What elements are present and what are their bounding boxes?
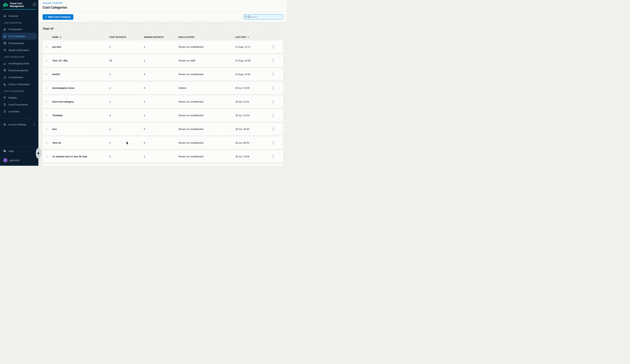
svg-text:$: $ [5, 3, 6, 6]
row-name: test-cost-category [52, 100, 110, 103]
row-unallocated: Shown as Unattributed [178, 155, 235, 158]
row-expand-chevron[interactable] [46, 100, 52, 103]
chevron-right-icon [46, 128, 48, 131]
row-expand-chevron[interactable] [46, 73, 52, 76]
row-shared-buckets: 1 [144, 155, 178, 158]
row-unallocated: Shown as Unattributed [178, 142, 235, 144]
sidebar-item-label: Account Settings [8, 123, 26, 126]
row-name: sv shared cost cc test 16 July [52, 155, 110, 158]
sidebar-item-commitments[interactable]: Commitments [2, 74, 37, 81]
sidebar-item-margin-obfuscation[interactable]: Margin Obfuscation [2, 47, 37, 53]
column-header-shared-buckets[interactable]: SHARED BUCKETS [144, 36, 178, 38]
row-unallocated: Shown as Unattributed [178, 114, 235, 117]
column-header-unallocated[interactable]: UNALLOCATED [178, 36, 235, 38]
table-row[interactable]: TestHide 3 1 Shown as Unattributed 29 Ju… [42, 109, 283, 122]
row-unallocated: Shown as Unattributed [178, 100, 235, 103]
table-row-partial[interactable] [42, 164, 283, 166]
row-cost-buckets: 2 [110, 155, 144, 158]
row-name: Test-JA [52, 142, 110, 144]
sidebar-item-label: Commitments [8, 76, 23, 79]
sidebar-item-label: Budgets [8, 96, 17, 99]
row-expand-chevron[interactable] [46, 87, 52, 89]
row-actions-kebab-icon[interactable] [272, 140, 275, 146]
row-actions-kebab-icon[interactable] [272, 58, 275, 63]
row-actions-kebab-icon[interactable] [272, 72, 275, 77]
section-cost-optimization: COST OPTIMIZATION [4, 56, 38, 58]
sidebar-item-recommendations[interactable]: Recommendations [2, 67, 37, 74]
row-expand-chevron[interactable] [46, 155, 52, 158]
sidebar-item-cost-categories[interactable]: Cost Categories [2, 33, 37, 40]
table-row[interactable]: joe-test 1 1 Shown as Unattributed 12 Au… [42, 40, 283, 53]
toolbar: + New Cost Category [38, 12, 287, 22]
chevron-right-icon [34, 123, 35, 126]
breadcrumb-account-link[interactable]: Account: CCM-NG [42, 2, 287, 4]
row-actions-kebab-icon[interactable] [272, 126, 275, 132]
sidebar-item-autostopping-rules[interactable]: AutoStopping Rules [2, 60, 37, 67]
dashboard-icon [3, 42, 6, 45]
cloud-cost-logo-icon: $ [3, 2, 8, 7]
svg-text:?: ? [4, 150, 5, 152]
row-expand-chevron[interactable] [46, 59, 52, 62]
column-header-cost-buckets[interactable]: COST BUCKETS [110, 36, 144, 38]
svg-text:$: $ [4, 104, 5, 105]
row-unallocated: Shown as A&M [178, 59, 235, 62]
row-cost-buckets: 2 [110, 142, 144, 144]
sidebar-item-budgets[interactable]: $ Budgets [2, 94, 37, 101]
sidebar-item-label: Asset Governance [8, 103, 28, 106]
search-input[interactable] [243, 14, 283, 19]
sidebar-item-overview[interactable]: Overview [2, 12, 37, 19]
sort-ascending-icon [247, 36, 249, 38]
sidebar-item-bi-dashboards[interactable]: BI Dashboards [2, 40, 37, 47]
sidebar-item-anomalies[interactable]: Anomalies [2, 108, 37, 115]
table-row[interactable]: sv shared cost cc test 16 July 2 1 Shown… [42, 150, 283, 163]
column-header-name[interactable]: NAME [52, 36, 110, 38]
row-last-edit: 12 Aug, 12:17 [235, 45, 266, 48]
new-cost-category-button[interactable]: + New Cost Category [42, 14, 73, 20]
row-last-edit: 25 Jul, 13:06 [235, 155, 266, 158]
chevron-right-icon [46, 87, 48, 89]
sidebar-item-account-settings[interactable]: Account Settings [2, 121, 37, 128]
table-row[interactable]: test 2 0 Shown as Unattributed 29 Jul, 2… [42, 123, 283, 136]
sidebar-item-asset-governance[interactable]: $ Asset Governance [2, 101, 37, 108]
table-row[interactable]: testcategory-clone 1 0 Hidden 29 Jul, 22… [42, 81, 283, 94]
sort-both-icon[interactable] [60, 36, 61, 38]
table-row[interactable]: Test-JA 2 0 Shown as Unattributed 28 Jul… [42, 136, 283, 149]
row-last-edit: 29 Jul, 20:40 [235, 128, 266, 131]
row-actions-kebab-icon[interactable] [272, 99, 275, 104]
row-name: TestHide [52, 114, 110, 117]
sidebar-item-perspectives[interactable]: Perspectives [2, 26, 37, 33]
app-switcher-grid-icon[interactable] [33, 3, 36, 6]
sidebar-item-label: Margin Obfuscation [8, 49, 29, 51]
table-row[interactable]: test-cost-category 1 2 Shown as Unattrib… [42, 95, 283, 108]
row-expand-chevron[interactable] [46, 128, 52, 131]
sidebar-item-label: Cluster Orchestrator [8, 83, 30, 86]
row-cost-buckets: 3 [110, 114, 144, 117]
row-actions-kebab-icon[interactable] [272, 154, 275, 159]
home-icon [3, 14, 6, 17]
sidebar-item-label: Cost Categories [8, 35, 26, 38]
user-menu[interactable]: J jyoti.bisht [2, 157, 37, 164]
row-shared-buckets: 0 [144, 73, 178, 76]
column-header-last-edit[interactable]: LAST EDIT [235, 36, 266, 38]
row-cost-buckets: 2 [110, 128, 144, 131]
sidebar-collapse-handle[interactable] [36, 148, 41, 159]
search-icon [245, 15, 248, 18]
sidebar-item-cluster-orchestrator[interactable]: Cluster Orchestrator [2, 81, 37, 88]
table-row[interactable]: testCC 1 0 Shown as Unattributed 11 Aug,… [42, 68, 283, 81]
row-actions-kebab-icon[interactable] [272, 44, 275, 49]
row-actions-kebab-icon[interactable] [272, 113, 275, 118]
row-expand-chevron[interactable] [46, 45, 52, 48]
autostopping-icon [3, 62, 6, 65]
teal-accent-rule [2, 9, 36, 9]
section-cost-governance: COST GOVERNANCE [4, 90, 38, 92]
row-expand-chevron[interactable] [46, 142, 52, 144]
table-row[interactable]: Test_CC_Raj 28 1 Shown as A&M 12 Aug, 10… [42, 54, 283, 67]
sidebar-item-help[interactable]: ? Help [2, 148, 37, 155]
section-cost-reporting: COST REPORTING [4, 22, 38, 24]
chevron-right-icon [46, 45, 48, 48]
row-actions-kebab-icon[interactable] [272, 85, 275, 91]
row-expand-chevron[interactable] [46, 114, 52, 117]
row-last-edit: 12 Aug, 10:08 [235, 59, 266, 62]
row-name: test [52, 128, 110, 131]
shield-dollar-icon: $ [3, 103, 6, 106]
